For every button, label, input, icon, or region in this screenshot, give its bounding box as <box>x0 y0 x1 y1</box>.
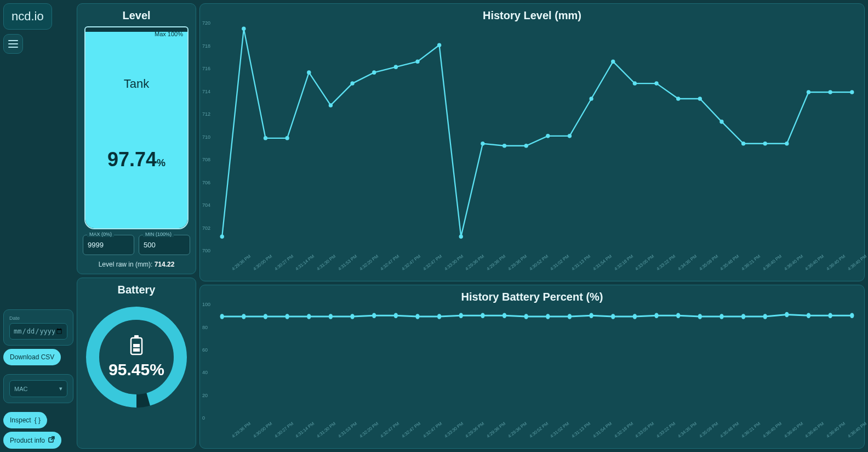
svg-point-40 <box>220 314 224 320</box>
mac-select-card: MAC ▾ <box>3 374 73 403</box>
svg-point-29 <box>633 81 637 86</box>
svg-rect-8 <box>133 348 140 352</box>
svg-point-69 <box>850 313 854 319</box>
svg-point-67 <box>807 313 810 319</box>
battery-title: Battery <box>83 284 190 296</box>
svg-point-44 <box>307 314 311 320</box>
svg-point-24 <box>524 144 528 148</box>
svg-rect-0 <box>8 40 18 41</box>
battery-percent: 95.45% <box>108 360 164 379</box>
svg-rect-2 <box>8 47 18 48</box>
svg-point-57 <box>589 313 593 319</box>
svg-point-64 <box>741 314 745 320</box>
mac-select[interactable]: MAC ▾ <box>9 380 67 397</box>
svg-point-33 <box>719 120 723 124</box>
svg-point-11 <box>242 27 245 31</box>
tank-percent-value: 97.74 <box>107 148 157 171</box>
svg-point-62 <box>698 314 702 320</box>
tank-percent: 97.74% <box>85 148 187 171</box>
svg-point-25 <box>546 134 550 138</box>
svg-point-23 <box>502 144 506 148</box>
svg-point-66 <box>785 312 789 318</box>
svg-point-19 <box>415 59 419 64</box>
svg-point-12 <box>264 136 267 140</box>
inspect-label: Inspect <box>10 416 31 424</box>
svg-point-43 <box>285 314 289 320</box>
svg-point-10 <box>220 235 224 239</box>
history-level-title: History Level (mm) <box>205 9 859 22</box>
svg-point-45 <box>329 314 333 320</box>
battery-icon <box>129 335 144 356</box>
history-battery-panel: History Battery Percent (%) 100806040200… <box>199 285 865 449</box>
svg-point-59 <box>633 314 637 320</box>
max-field[interactable] <box>83 235 134 255</box>
raw-prefix: Level raw in (mm): <box>99 261 155 268</box>
battery-donut: 95.45% <box>84 305 189 409</box>
svg-rect-1 <box>8 43 18 44</box>
date-card: Date <box>3 309 73 346</box>
download-csv-button[interactable]: Download CSV <box>3 349 61 365</box>
svg-point-37 <box>807 90 810 94</box>
battery-panel: Battery 95.45% <box>77 278 196 449</box>
svg-rect-9 <box>133 344 140 347</box>
svg-point-52 <box>481 313 484 319</box>
svg-point-55 <box>546 314 550 320</box>
svg-point-16 <box>350 81 354 86</box>
svg-point-48 <box>394 313 398 319</box>
svg-point-42 <box>264 314 267 320</box>
svg-point-38 <box>828 90 832 94</box>
svg-point-47 <box>372 313 376 319</box>
tank-gauge: Max 100% Tank 97.74% <box>84 26 189 229</box>
braces-icon: { } <box>35 416 41 424</box>
svg-point-18 <box>394 65 398 69</box>
inspect-button[interactable]: Inspect { } <box>3 412 47 428</box>
svg-point-31 <box>676 97 680 101</box>
svg-point-49 <box>415 314 419 320</box>
svg-point-26 <box>568 134 572 138</box>
tank-name: Tank <box>85 77 187 91</box>
svg-point-39 <box>850 90 854 94</box>
product-info-button[interactable]: Product info <box>3 432 61 449</box>
svg-point-32 <box>698 97 702 101</box>
svg-point-53 <box>502 313 506 319</box>
date-field[interactable] <box>9 323 67 340</box>
svg-point-27 <box>589 97 593 101</box>
svg-point-21 <box>459 235 463 239</box>
svg-rect-7 <box>134 335 139 338</box>
mac-select-value: MAC <box>14 386 27 392</box>
svg-point-17 <box>372 70 376 75</box>
tank-max-label: Max 100% <box>155 31 183 37</box>
raw-value: 714.22 <box>155 261 175 268</box>
svg-point-54 <box>524 314 528 320</box>
svg-point-34 <box>741 142 745 146</box>
max-field-label: MAX (0%) <box>87 231 114 237</box>
min-field-label: MIN (100%) <box>143 231 174 237</box>
date-label: Date <box>9 315 67 321</box>
svg-point-20 <box>437 43 441 47</box>
level-title: Level <box>83 9 190 22</box>
svg-point-41 <box>242 314 245 320</box>
svg-point-58 <box>611 314 615 320</box>
svg-point-14 <box>307 70 311 75</box>
tank-fill <box>85 32 187 228</box>
raw-level-label: Level raw in (mm): 714.22 <box>83 261 190 268</box>
svg-point-51 <box>459 313 463 319</box>
svg-point-61 <box>676 313 680 319</box>
min-field[interactable] <box>139 235 190 255</box>
svg-point-65 <box>763 314 767 320</box>
menu-icon <box>8 40 18 48</box>
history-level-panel: History Level (mm) 720718716714712710708… <box>199 3 865 281</box>
svg-point-68 <box>828 313 832 319</box>
history-battery-title: History Battery Percent (%) <box>205 291 859 303</box>
svg-point-28 <box>611 59 615 64</box>
svg-point-35 <box>763 142 767 146</box>
menu-button[interactable] <box>3 34 23 54</box>
level-panel: Level Max 100% Tank 97.74% MAX (0%) MIN … <box>77 3 196 274</box>
svg-point-60 <box>654 313 658 319</box>
external-link-icon <box>48 436 55 444</box>
svg-point-36 <box>785 142 789 146</box>
product-info-label: Product info <box>10 437 45 444</box>
svg-point-50 <box>437 314 441 320</box>
svg-point-63 <box>719 314 723 320</box>
svg-point-30 <box>654 81 658 86</box>
